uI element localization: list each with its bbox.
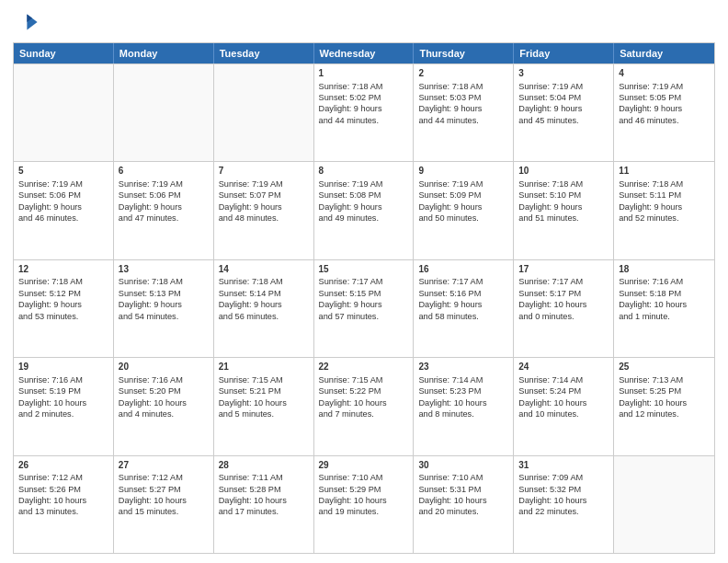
day-header-monday: Monday (114, 43, 214, 63)
day-number: 26 (18, 459, 108, 472)
day-info-line: and 44 minutes. (319, 115, 409, 126)
day-cell-29: 29Sunrise: 7:10 AMSunset: 5:29 PMDayligh… (314, 456, 415, 553)
day-info-line: and 49 minutes. (319, 213, 409, 224)
day-number: 15 (319, 263, 409, 276)
calendar: SundayMondayTuesdayWednesdayThursdayFrid… (13, 42, 715, 554)
calendar-header-row: SundayMondayTuesdayWednesdayThursdayFrid… (14, 43, 714, 63)
day-cell-23: 23Sunrise: 7:14 AMSunset: 5:23 PMDayligh… (414, 358, 514, 454)
empty-cell (114, 64, 214, 161)
day-info-line: and 52 minutes. (619, 213, 710, 224)
day-number: 2 (418, 67, 508, 80)
day-cell-25: 25Sunrise: 7:13 AMSunset: 5:25 PMDayligh… (614, 358, 714, 454)
day-info-line: Daylight: 10 hours (18, 495, 108, 506)
day-cell-21: 21Sunrise: 7:15 AMSunset: 5:21 PMDayligh… (214, 358, 314, 454)
day-info-line: Sunset: 5:29 PM (319, 484, 409, 495)
day-number: 7 (219, 165, 309, 178)
day-number: 19 (18, 361, 108, 373)
day-info-line: and 22 minutes. (518, 506, 609, 517)
day-info-line: Daylight: 9 hours (319, 201, 409, 213)
day-info-line: Sunrise: 7:16 AM (119, 374, 209, 385)
day-info-line: and 46 minutes. (18, 213, 108, 224)
day-info-line: Daylight: 10 hours (119, 495, 209, 506)
day-info-line: Sunrise: 7:10 AM (319, 472, 409, 483)
day-info-line: Sunrise: 7:19 AM (219, 178, 309, 190)
day-number: 3 (518, 67, 609, 80)
day-cell-1: 1Sunrise: 7:18 AMSunset: 5:02 PMDaylight… (314, 64, 415, 161)
day-info-line: Daylight: 9 hours (619, 103, 710, 114)
day-cell-11: 11Sunrise: 7:18 AMSunset: 5:11 PMDayligh… (614, 162, 714, 259)
day-header-saturday: Saturday (614, 43, 714, 63)
day-info-line: Sunset: 5:04 PM (518, 92, 609, 103)
day-info-line: and 1 minute. (619, 311, 710, 322)
day-cell-8: 8Sunrise: 7:19 AMSunset: 5:08 PMDaylight… (314, 162, 415, 259)
day-cell-24: 24Sunrise: 7:14 AMSunset: 5:24 PMDayligh… (514, 358, 614, 454)
day-info-line: Daylight: 9 hours (119, 201, 209, 213)
day-info-line: and 2 minutes. (18, 408, 108, 419)
day-info-line: Sunrise: 7:16 AM (18, 374, 108, 385)
day-cell-19: 19Sunrise: 7:16 AMSunset: 5:19 PMDayligh… (14, 358, 114, 454)
day-info-line: Sunset: 5:23 PM (418, 385, 508, 396)
day-info-line: Sunrise: 7:19 AM (619, 81, 710, 92)
day-info-line: Sunset: 5:11 PM (619, 190, 710, 201)
day-info-line: and 57 minutes. (319, 311, 409, 322)
day-info-line: and 12 minutes. (619, 408, 710, 419)
day-number: 1 (319, 67, 409, 80)
day-info-line: Sunrise: 7:12 AM (119, 472, 209, 483)
day-info-line: and 54 minutes. (119, 311, 209, 322)
day-info-line: Sunset: 5:19 PM (18, 385, 108, 396)
day-info-line: Sunrise: 7:15 AM (219, 374, 309, 385)
day-cell-4: 4Sunrise: 7:19 AMSunset: 5:05 PMDaylight… (614, 64, 714, 161)
day-info-line: Daylight: 9 hours (18, 201, 108, 213)
day-info-line: Daylight: 9 hours (418, 201, 508, 213)
day-cell-14: 14Sunrise: 7:18 AMSunset: 5:14 PMDayligh… (214, 260, 314, 357)
day-info-line: Daylight: 10 hours (219, 495, 309, 506)
day-info-line: and 46 minutes. (619, 115, 710, 126)
day-info-line: Sunrise: 7:15 AM (319, 374, 409, 385)
day-info-line: Daylight: 10 hours (518, 495, 609, 506)
day-number: 10 (518, 165, 609, 178)
day-info-line: Daylight: 10 hours (219, 397, 309, 408)
day-cell-26: 26Sunrise: 7:12 AMSunset: 5:26 PMDayligh… (14, 456, 114, 553)
day-info-line: and 48 minutes. (219, 213, 309, 224)
day-info-line: Daylight: 9 hours (219, 201, 309, 213)
day-number: 25 (619, 361, 710, 373)
day-number: 23 (418, 361, 508, 373)
day-cell-9: 9Sunrise: 7:19 AMSunset: 5:09 PMDaylight… (414, 162, 514, 259)
empty-cell (214, 64, 314, 161)
day-info-line: and 58 minutes. (418, 311, 508, 322)
day-info-line: Daylight: 10 hours (619, 299, 710, 310)
day-info-line: Daylight: 9 hours (418, 299, 508, 310)
day-info-line: Daylight: 9 hours (518, 201, 609, 213)
day-info-line: Daylight: 9 hours (219, 299, 309, 310)
day-number: 14 (219, 263, 309, 276)
day-info-line: Daylight: 9 hours (619, 201, 710, 213)
day-info-line: Daylight: 9 hours (418, 103, 508, 114)
day-cell-31: 31Sunrise: 7:09 AMSunset: 5:32 PMDayligh… (514, 456, 614, 553)
calendar-row: 5Sunrise: 7:19 AMSunset: 5:06 PMDaylight… (14, 161, 714, 259)
day-number: 28 (219, 459, 309, 472)
day-info-line: and 50 minutes. (418, 213, 508, 224)
day-number: 24 (518, 361, 609, 373)
day-info-line: Sunrise: 7:18 AM (418, 81, 508, 92)
day-cell-2: 2Sunrise: 7:18 AMSunset: 5:03 PMDaylight… (414, 64, 514, 161)
day-info-line: Sunrise: 7:14 AM (518, 374, 609, 385)
day-info-line: Sunset: 5:28 PM (219, 484, 309, 495)
day-cell-18: 18Sunrise: 7:16 AMSunset: 5:18 PMDayligh… (614, 260, 714, 357)
day-info-line: Daylight: 10 hours (418, 495, 508, 506)
calendar-row: 26Sunrise: 7:12 AMSunset: 5:26 PMDayligh… (14, 455, 714, 553)
day-header-thursday: Thursday (414, 43, 514, 63)
day-info-line: Sunset: 5:18 PM (619, 288, 710, 299)
day-info-line: Sunset: 5:25 PM (619, 385, 710, 396)
day-cell-7: 7Sunrise: 7:19 AMSunset: 5:07 PMDaylight… (214, 162, 314, 259)
day-info-line: Sunset: 5:24 PM (518, 385, 609, 396)
day-info-line: Sunset: 5:14 PM (219, 288, 309, 299)
day-info-line: Daylight: 10 hours (319, 495, 409, 506)
day-header-tuesday: Tuesday (214, 43, 314, 63)
day-info-line: Daylight: 9 hours (119, 299, 209, 310)
day-info-line: and 51 minutes. (518, 213, 609, 224)
day-info-line: Sunset: 5:02 PM (319, 92, 409, 103)
day-cell-15: 15Sunrise: 7:17 AMSunset: 5:15 PMDayligh… (314, 260, 415, 357)
day-info-line: Sunset: 5:26 PM (18, 484, 108, 495)
day-info-line: and 45 minutes. (518, 115, 609, 126)
day-info-line: and 4 minutes. (119, 408, 209, 419)
